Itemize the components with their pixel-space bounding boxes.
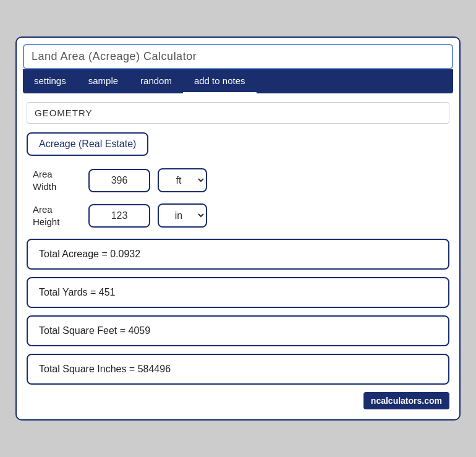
tab-add-to-notes[interactable]: add to notes <box>183 69 257 93</box>
label-area-height: AreaHeight <box>33 203 88 228</box>
subsection-title: Acreage (Real Estate) <box>27 132 148 156</box>
tab-bar: settings sample random add to notes <box>23 69 453 93</box>
section-label: GEOMETRY <box>27 102 449 124</box>
calculator-container: Land Area (Acreage) Calculator settings … <box>15 36 461 421</box>
page-title: Land Area (Acreage) Calculator <box>32 50 197 62</box>
input-row-height: AreaHeight ft in m yd <box>33 203 449 228</box>
result-total-sq-feet: Total Square Feet = 4059 <box>27 315 449 346</box>
input-area-width[interactable] <box>88 169 150 192</box>
result-total-sq-inches: Total Square Inches = 584496 <box>27 354 449 385</box>
branding-text: ncalculators.com <box>363 392 449 409</box>
label-area-width: AreaWidth <box>33 168 88 192</box>
result-total-acreage: Total Acreage = 0.0932 <box>27 239 449 270</box>
tab-sample[interactable]: sample <box>77 69 129 93</box>
input-row-width: AreaWidth ft in m yd <box>33 168 449 192</box>
result-total-yards: Total Yards = 451 <box>27 277 449 308</box>
content-area: GEOMETRY Acreage (Real Estate) AreaWidth… <box>17 93 459 419</box>
tab-settings[interactable]: settings <box>23 69 77 93</box>
select-unit-height[interactable]: ft in m yd <box>158 203 207 228</box>
branding-area: ncalculators.com <box>27 392 449 409</box>
tab-random[interactable]: random <box>129 69 183 93</box>
select-unit-width[interactable]: ft in m yd <box>158 168 207 192</box>
title-bar: Land Area (Acreage) Calculator <box>23 44 453 69</box>
input-area-height[interactable] <box>88 204 150 228</box>
